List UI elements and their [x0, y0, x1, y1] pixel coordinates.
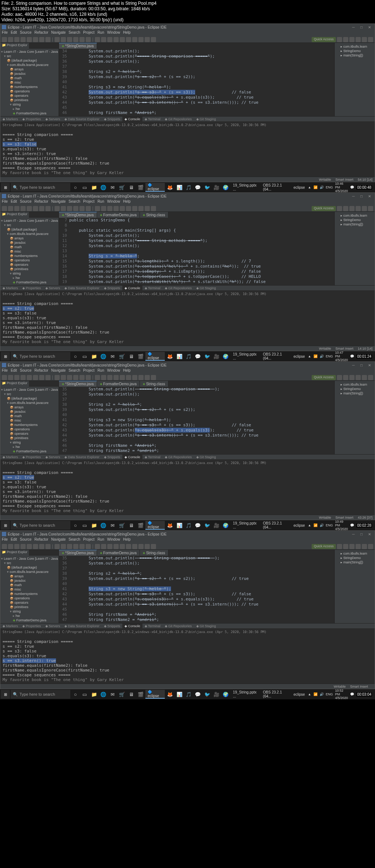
language-indicator[interactable]: ENG [326, 354, 333, 358]
toolbar-button[interactable] [138, 206, 144, 211]
toolbar-button[interactable] [145, 206, 150, 211]
toolbar-button[interactable] [2, 206, 7, 211]
tree-node[interactable]: Learn IT - Java Core [Learn IT - Java Co… [1, 49, 58, 54]
taskbar-app[interactable]: 🦊 [166, 521, 174, 530]
taskbar-app-eclipse[interactable]: 🔷 eclipse [145, 183, 165, 192]
system-tray[interactable]: ▲ 📶 🔊 ENG 10:49 PM4/5/2020 💬 00:02:28 [308, 520, 374, 531]
taskbar-app[interactable]: OBS 23.2.1 (64... [261, 352, 290, 361]
toolbar-button[interactable] [55, 206, 60, 211]
console-tab-markers[interactable]: ◆ Markers [0, 455, 20, 459]
code-line[interactable]: 18 System.out.println("s.toUpperCase(): … [59, 274, 334, 279]
taskbar-app[interactable]: 19_String.pptx ... [231, 690, 260, 699]
code-line[interactable]: 38 String s2 = " hello "; [59, 69, 334, 74]
tray-icon[interactable]: ▲ [308, 185, 311, 189]
editor-tab[interactable]: FormatterDemo.java [97, 550, 140, 556]
clock[interactable]: 10:46 PM4/5/2020 [335, 182, 348, 193]
perspective-button[interactable] [362, 544, 367, 549]
toolbar-button[interactable] [151, 375, 156, 380]
menu-edit[interactable]: Edit [11, 199, 17, 205]
console-tab-properties[interactable]: ◆ Properties [20, 624, 43, 628]
tree-node[interactable]: operators [1, 262, 58, 267]
maximize-button[interactable]: □ [358, 363, 365, 367]
toolbar-button[interactable] [138, 37, 144, 42]
tree-node[interactable]: operators [1, 600, 58, 605]
tree-node[interactable]: javadoc [1, 409, 58, 414]
taskbar-pinned-app[interactable]: 🛒 [118, 521, 126, 530]
menu-navigate[interactable]: Navigate [51, 30, 66, 36]
console-tab-snippets[interactable]: ◆ Snippets [102, 117, 123, 121]
editor-tab[interactable]: FormatterDemo.java [97, 381, 140, 387]
menu-project[interactable]: Project [83, 30, 94, 36]
taskbar-app[interactable]: 🦊 [166, 690, 174, 699]
editor-tab[interactable]: String.class [140, 212, 168, 218]
outline-node[interactable]: ▸ main(String[]) [336, 53, 373, 58]
search-box[interactable]: 🔍 Type here to search [11, 183, 70, 192]
console-tab-markers[interactable]: ◆ Markers [0, 286, 20, 290]
console-tab-data-source-explorer[interactable]: ◆ Data Source Explorer [62, 624, 102, 628]
toolbar-button[interactable] [61, 206, 66, 211]
taskbar-app[interactable]: 🦊 [166, 183, 174, 192]
toolbar-button[interactable] [33, 375, 38, 380]
console-tab-snippets[interactable]: ◆ Snippets [102, 455, 123, 459]
code-line[interactable]: 43 System.out.println("s.equals(s3): " +… [59, 597, 334, 602]
toolbar-button[interactable] [33, 206, 38, 211]
code-editor[interactable]: 35 System.out.println( ===== String comp… [59, 556, 334, 623]
tree-node[interactable]: misc [1, 418, 58, 423]
code-line[interactable]: 7public class StringDemo { [59, 218, 334, 223]
toolbar-button[interactable] [132, 544, 137, 549]
code-line[interactable]: 46 String firstName = "Andrii"; [59, 612, 334, 617]
toolbar-button[interactable] [114, 544, 119, 549]
quick-access[interactable]: Quick Access [312, 37, 336, 42]
project-explorer-tab[interactable]: 📁 Project Explor [0, 212, 29, 218]
tray-icon[interactable]: ▲ [308, 692, 311, 696]
perspective-button[interactable] [337, 206, 342, 211]
taskbar-pinned-app[interactable]: 📁 [90, 521, 98, 530]
perspective-button[interactable] [368, 37, 373, 42]
toolbar-button[interactable] [126, 37, 131, 42]
tree-node[interactable]: numbersystems [1, 85, 58, 89]
code-line[interactable]: 12 System.out.println(); [59, 243, 334, 249]
menu-help[interactable]: Help [123, 537, 131, 543]
tree-node[interactable]: javadoc [1, 240, 58, 245]
code-line[interactable]: 46 String firstName = "Andrii"; [59, 443, 334, 448]
console-output[interactable]: StringDemo [Java Application] C:\Program… [0, 290, 375, 346]
tree-node[interactable]: operators [1, 93, 58, 98]
tree-node[interactable]: string [1, 102, 58, 107]
taskbar-app[interactable]: 🎥 [212, 183, 220, 192]
menu-source[interactable]: Source [20, 30, 31, 36]
project-tree[interactable]: Learn IT - Java Core [Learn IT - Java Co… [0, 387, 59, 454]
toolbar-button[interactable] [126, 375, 131, 380]
editor-tab[interactable]: String.class [140, 381, 168, 387]
toolbar-button[interactable] [8, 206, 13, 211]
code-line[interactable]: 47 String firstName2 = "andrii"; [59, 115, 334, 116]
volume-icon[interactable]: 🔊 [320, 185, 324, 189]
taskbar-app-eclipse[interactable]: 🔷 eclipse [145, 352, 165, 361]
quick-access[interactable]: Quick Access [312, 544, 336, 549]
toolbar-button[interactable] [107, 37, 112, 42]
code-line[interactable]: 48 System.out.println("firstName.equals(… [59, 622, 334, 623]
taskview-icon[interactable]: ▭ [81, 521, 89, 530]
menu-window[interactable]: Window [107, 30, 120, 36]
tree-node[interactable]: primitives [1, 605, 58, 609]
tree-node[interactable]: misc [1, 249, 58, 254]
console-tab-terminal[interactable]: ◆ Terminal [142, 455, 163, 459]
perspective-button[interactable] [356, 375, 361, 380]
taskbar-app[interactable]: 📊 [175, 183, 183, 192]
toolbar-button[interactable] [145, 37, 150, 42]
tree-node[interactable]: Learn IT - Java Core [Learn IT - Java Co… [1, 387, 58, 392]
tree-node[interactable]: FormatterDemo.java [1, 449, 58, 453]
toolbar-button[interactable] [107, 375, 112, 380]
tree-node[interactable]: misc [1, 587, 58, 592]
code-line[interactable]: 36 System.out.println(); [59, 59, 334, 64]
menu-file[interactable]: File [2, 368, 8, 374]
toolbar-button[interactable] [73, 544, 78, 549]
network-icon[interactable]: 📶 [313, 692, 318, 696]
outline-node[interactable]: ▸ main(String[]) [336, 222, 373, 227]
code-line[interactable]: 47 String firstName2 = "andrii"; [59, 448, 334, 453]
toolbar-button[interactable] [79, 206, 85, 211]
taskbar-app[interactable]: 📊 [175, 521, 183, 530]
toolbar-button[interactable] [55, 375, 60, 380]
taskbar-app[interactable]: 💬 [194, 690, 202, 699]
tree-node[interactable]: hw [1, 445, 58, 449]
toolbar-button[interactable] [114, 375, 119, 380]
